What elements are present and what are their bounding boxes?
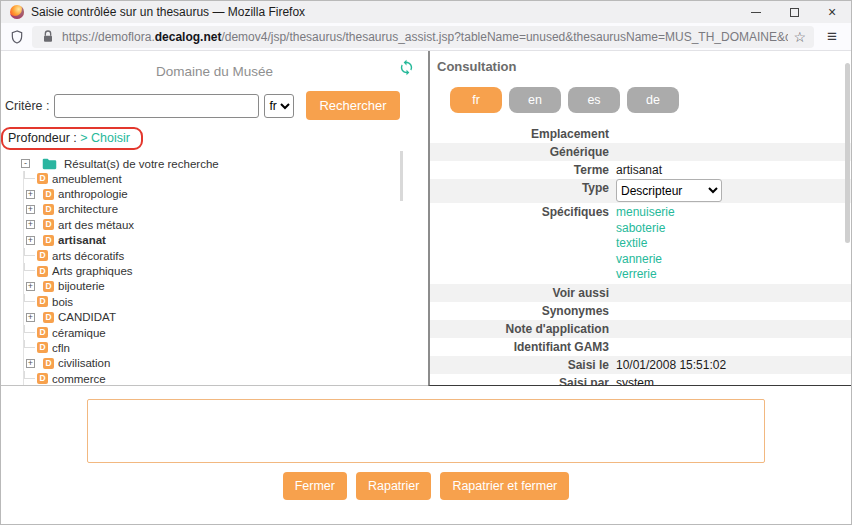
shield-icon[interactable] <box>9 29 25 45</box>
expand-icon[interactable]: + <box>26 282 35 291</box>
window-title: Saisie contrôlée sur un thesaurus — Mozi… <box>31 5 305 19</box>
search-button[interactable]: Rechercher <box>306 91 399 120</box>
close-button[interactable]: × <box>813 1 851 23</box>
thesaurus-title: Domaine du Musée <box>1 64 428 79</box>
detail-row: Identifiant GAM3 <box>430 338 851 356</box>
detail-row-label: Emplacement <box>430 127 614 142</box>
descriptor-icon: D <box>37 266 48 277</box>
tab-de[interactable]: de <box>627 87 679 113</box>
detail-row-label: Type <box>430 181 614 202</box>
type-select[interactable]: Descripteur <box>616 179 722 202</box>
expand-icon[interactable]: + <box>26 236 35 245</box>
depth-choose-link[interactable]: > Choisir <box>80 131 130 145</box>
expand-icon[interactable]: + <box>26 220 35 229</box>
expand-icon[interactable]: + <box>26 313 35 322</box>
tree-item-label[interactable]: CANDIDAT <box>58 311 116 323</box>
detail-row-value <box>614 286 616 301</box>
language-select[interactable]: fr <box>264 94 294 118</box>
tree-item[interactable]: +Danthropologie <box>24 186 428 201</box>
tree-item-label[interactable]: commerce <box>52 373 106 385</box>
minimize-icon <box>751 12 761 13</box>
expand-icon[interactable]: + <box>26 359 35 368</box>
tree-item-label[interactable]: civilisation <box>58 357 110 369</box>
detail-row: Générique <box>430 143 851 161</box>
minimize-button[interactable] <box>737 1 775 23</box>
detail-row-value: menuiseriesaboterietextilevannerieverrer… <box>614 205 675 283</box>
tree-item-label[interactable]: cfln <box>52 342 70 354</box>
tree-connector <box>24 325 35 333</box>
rapatrier-et-fermer-button[interactable]: Rapatrier et fermer <box>440 472 569 500</box>
descriptor-icon: D <box>37 173 48 184</box>
term-link[interactable]: saboterie <box>616 221 675 237</box>
bookmark-star-icon[interactable]: ☆ <box>794 29 807 45</box>
tree-item[interactable]: +Dbijouterie <box>24 279 428 294</box>
tree-root-label: Résultat(s) de votre recherche <box>64 158 219 170</box>
tree-item[interactable]: DArts graphiques <box>24 263 428 278</box>
detail-row-value: artisanat <box>614 163 662 178</box>
tree-item[interactable]: Dcéramique <box>24 325 428 340</box>
left-scrollbar-thumb[interactable] <box>400 151 403 201</box>
tree-item-label[interactable]: art des métaux <box>58 219 134 231</box>
detail-row-value: system <box>614 376 654 387</box>
transfer-textarea[interactable] <box>87 399 765 463</box>
lock-icon[interactable] <box>40 29 56 45</box>
right-scrollbar-thumb[interactable] <box>845 63 850 243</box>
tab-es[interactable]: es <box>568 87 620 113</box>
descriptor-icon: D <box>43 235 54 246</box>
detail-row-label: Identifiant GAM3 <box>430 340 614 355</box>
tree-item[interactable]: Dcfln <box>24 340 428 355</box>
expand-icon[interactable]: + <box>26 205 35 214</box>
tree-item[interactable]: +Darchitecture <box>24 202 428 217</box>
tree-item-label[interactable]: bijouterie <box>58 280 105 292</box>
descriptor-icon: D <box>43 204 54 215</box>
tree-item[interactable]: Dameublement <box>24 171 428 186</box>
tree-item[interactable]: +Dartisanat <box>24 233 428 248</box>
term-link[interactable]: verrerie <box>616 267 675 283</box>
criteria-input[interactable] <box>54 94 259 118</box>
tree-item-label[interactable]: anthropologie <box>58 188 128 200</box>
hamburger-menu-icon[interactable]: ≡ <box>821 27 843 47</box>
thesaurus-search-panel: Domaine du Musée Critère : fr Rechercher… <box>1 51 428 386</box>
detail-row-label: Saisi le <box>430 358 614 373</box>
tree-item[interactable]: +DCANDIDAT <box>24 310 428 325</box>
fermer-button[interactable]: Fermer <box>283 472 347 500</box>
tree-item-label[interactable]: céramique <box>52 327 106 339</box>
descriptor-icon: D <box>37 327 48 338</box>
collapse-icon[interactable]: - <box>21 159 30 168</box>
tree-item-label[interactable]: artisanat <box>58 234 106 246</box>
tree-connector <box>24 294 35 302</box>
tab-fr[interactable]: fr <box>450 87 502 113</box>
descriptor-icon: D <box>43 312 54 323</box>
title-bar: Saisie contrôlée sur un thesaurus — Mozi… <box>1 1 851 23</box>
firefox-icon <box>10 5 24 19</box>
url-field[interactable]: https://demoflora.decalog.net/demov4/jsp… <box>32 26 814 48</box>
tree-item-label[interactable]: Arts graphiques <box>52 265 133 277</box>
term-link[interactable]: vannerie <box>616 252 675 268</box>
maximize-button[interactable] <box>775 1 813 23</box>
rapatrier-button[interactable]: Rapatrier <box>356 472 431 500</box>
term-link[interactable]: menuiserie <box>616 205 675 221</box>
lang-tabs: frenesde <box>450 87 851 113</box>
term-link[interactable]: textile <box>616 236 675 252</box>
consultation-panel: Consultation frenesde EmplacementGénériq… <box>428 51 851 386</box>
refresh-icon[interactable] <box>398 59 415 76</box>
detail-row-value <box>614 340 616 355</box>
tree-item[interactable]: +Dart des métaux <box>24 217 428 232</box>
tree-item-label[interactable]: architecture <box>58 203 118 215</box>
tree-item[interactable]: Dbois <box>24 294 428 309</box>
footer-buttons: FermerRapatrierRapatrier et fermer <box>1 472 851 500</box>
tree-item[interactable]: +Dcivilisation <box>24 356 428 371</box>
tab-en[interactable]: en <box>509 87 561 113</box>
tree-item-label[interactable]: ameublement <box>52 173 122 185</box>
tree-item-label[interactable]: bois <box>52 296 73 308</box>
tree-root: - Résultat(s) de votre recherche <box>1 156 428 171</box>
url-toolbar: https://demoflora.decalog.net/demov4/jsp… <box>1 23 851 51</box>
tree-item[interactable]: Darts décoratifs <box>24 248 428 263</box>
detail-row-value <box>614 304 616 319</box>
tree-item-label[interactable]: arts décoratifs <box>52 250 124 262</box>
tree-item[interactable]: Dcommerce <box>24 371 428 386</box>
descriptor-icon: D <box>43 189 54 200</box>
expand-icon[interactable]: + <box>26 190 35 199</box>
detail-row-label: Spécifiques <box>430 205 614 283</box>
descriptor-icon: D <box>37 342 48 353</box>
